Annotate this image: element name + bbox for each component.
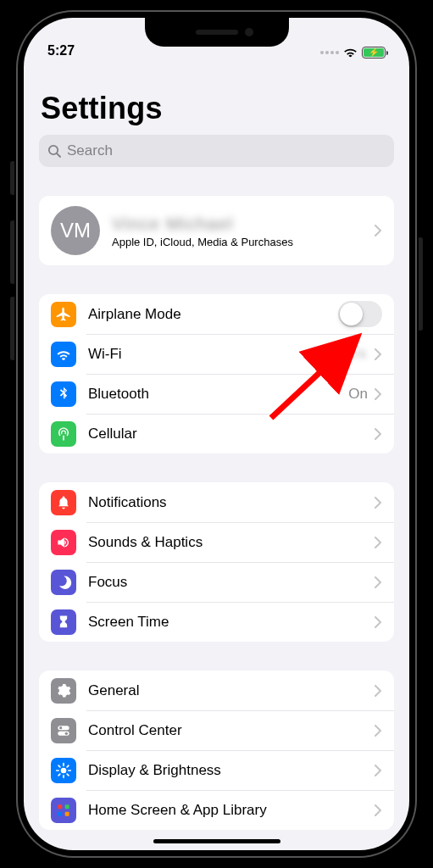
ringer-switch xyxy=(10,161,15,195)
wifi-icon xyxy=(343,47,358,58)
settings-group: NotificationsSounds & HapticsFocusScreen… xyxy=(39,482,394,642)
notifications-label: Notifications xyxy=(88,494,375,511)
notifications-row[interactable]: Notifications xyxy=(39,482,394,522)
home-indicator[interactable] xyxy=(153,839,280,843)
avatar: VM xyxy=(51,206,100,255)
phone-frame: 5:27 ⚡ Settings Search VM Vince Michael … xyxy=(18,12,415,856)
sun-icon xyxy=(51,758,76,783)
sounds-label: Sounds & Haptics xyxy=(88,534,375,551)
homescreen-label: Home Screen & App Library xyxy=(88,802,375,819)
controlcenter-label: Control Center xyxy=(88,722,375,739)
status-time: 5:27 xyxy=(47,43,75,58)
bluetooth-icon xyxy=(51,381,76,407)
volume-down-button xyxy=(10,297,15,360)
chevron-right-icon xyxy=(375,685,382,697)
wifi-label: Wi-Fi xyxy=(88,346,309,363)
svg-line-1 xyxy=(57,153,60,157)
page-title: Settings xyxy=(41,91,394,126)
grid-icon xyxy=(51,798,76,823)
side-button xyxy=(418,237,423,331)
airplane-label: Airplane Mode xyxy=(88,306,338,323)
bluetooth-label: Bluetooth xyxy=(88,386,348,403)
speaker-icon xyxy=(51,530,76,555)
chevron-right-icon xyxy=(375,497,382,509)
airplane-toggle[interactable] xyxy=(338,301,382,327)
chevron-right-icon xyxy=(375,804,382,816)
cellular-dots-icon xyxy=(320,51,339,54)
account-name: Vince Michael xyxy=(112,214,375,234)
chevron-right-icon xyxy=(375,576,382,588)
account-subtitle: Apple ID, iCloud, Media & Purchases xyxy=(112,236,375,248)
chevron-right-icon xyxy=(375,225,382,236)
display-row[interactable]: Display & Brightness xyxy=(39,750,394,790)
chevron-right-icon xyxy=(375,765,382,776)
search-placeholder: Search xyxy=(67,142,113,159)
chevron-right-icon xyxy=(375,725,382,737)
bluetooth-value: On xyxy=(348,386,368,403)
general-label: General xyxy=(88,682,375,699)
charging-bolt-icon: ⚡ xyxy=(369,48,379,57)
general-row[interactable]: General xyxy=(39,670,394,710)
search-icon xyxy=(47,144,62,159)
chevron-right-icon xyxy=(375,388,382,400)
focus-row[interactable]: Focus xyxy=(39,562,394,602)
notch xyxy=(145,18,289,47)
chevron-right-icon xyxy=(375,616,382,628)
screentime-row[interactable]: Screen Time xyxy=(39,602,394,642)
antenna-icon xyxy=(51,421,76,447)
display-label: Display & Brightness xyxy=(88,762,375,779)
screentime-label: Screen Time xyxy=(88,614,375,631)
airplane-row[interactable]: Airplane Mode xyxy=(39,294,394,334)
battery-icon: ⚡ xyxy=(362,47,386,58)
focus-label: Focus xyxy=(88,574,375,591)
screen: 5:27 ⚡ Settings Search VM Vince Michael … xyxy=(24,18,409,850)
hourglass-icon xyxy=(51,609,76,635)
wifi-row[interactable]: Wi-FiNetwork xyxy=(39,334,394,374)
volume-up-button xyxy=(10,220,15,284)
cellular-row[interactable]: Cellular xyxy=(39,414,394,453)
sounds-row[interactable]: Sounds & Haptics xyxy=(39,522,394,562)
bluetooth-row[interactable]: BluetoothOn xyxy=(39,374,394,414)
apple-id-row[interactable]: VM Vince Michael Apple ID, iCloud, Media… xyxy=(39,196,394,265)
moon-icon xyxy=(51,570,76,595)
controlcenter-row[interactable]: Control Center xyxy=(39,710,394,750)
search-input[interactable]: Search xyxy=(39,135,394,167)
cellular-label: Cellular xyxy=(88,426,375,442)
homescreen-row[interactable]: Home Screen & App Library xyxy=(39,790,394,830)
settings-group: GeneralControl CenterDisplay & Brightnes… xyxy=(39,670,394,830)
wifi-value: Network xyxy=(309,346,368,363)
chevron-right-icon xyxy=(375,428,382,440)
settings-group: Airplane ModeWi-FiNetworkBluetoothOnCell… xyxy=(39,294,394,453)
bell-icon xyxy=(51,490,76,515)
switches-icon xyxy=(51,718,76,743)
wifi-icon xyxy=(51,342,76,367)
airplane-icon xyxy=(51,302,76,327)
gear-icon xyxy=(51,678,76,704)
chevron-right-icon xyxy=(375,348,382,360)
chevron-right-icon xyxy=(375,537,382,548)
